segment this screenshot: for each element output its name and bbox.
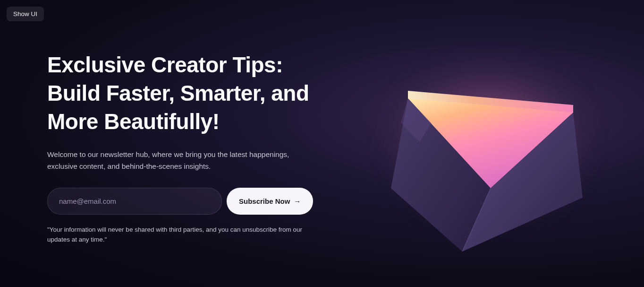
- envelope-icon: [375, 61, 592, 260]
- disclaimer-text: "Your information will never be shared w…: [47, 225, 312, 245]
- arrow-right-icon: →: [294, 198, 301, 205]
- subscribe-form: Subscribe Now →: [47, 188, 321, 215]
- subscribe-button[interactable]: Subscribe Now →: [227, 188, 313, 215]
- hero-content: Exclusive Creator Tips: Build Faster, Sm…: [47, 51, 321, 245]
- email-input[interactable]: [47, 188, 222, 215]
- envelope-illustration: [314, 28, 616, 265]
- subscribe-button-label: Subscribe Now: [239, 197, 290, 205]
- hero-heading: Exclusive Creator Tips: Build Faster, Sm…: [47, 51, 321, 136]
- show-ui-button[interactable]: Show UI: [7, 7, 44, 21]
- hero-subtext: Welcome to our newsletter hub, where we …: [47, 149, 312, 173]
